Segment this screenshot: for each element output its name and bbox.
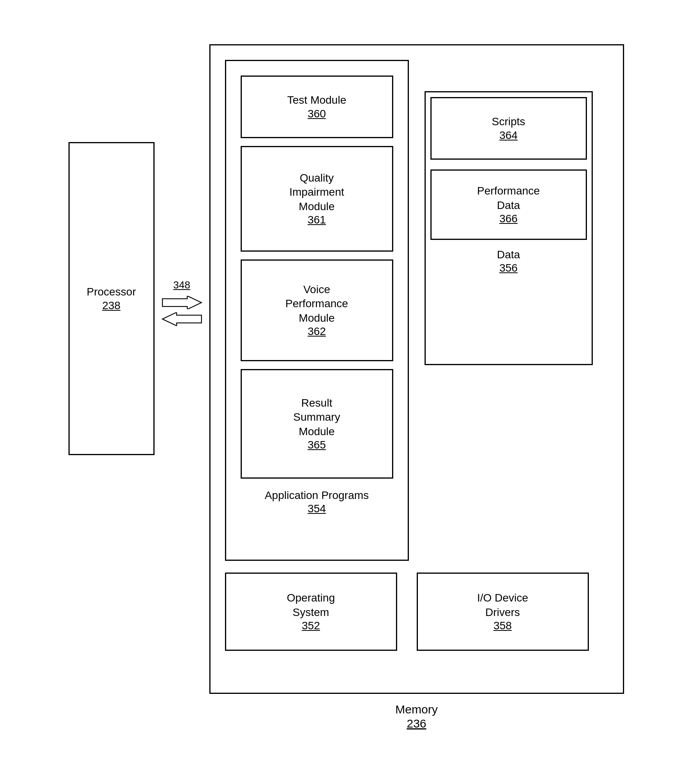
memory-label-area: Memory 236 — [209, 702, 624, 730]
voice-module-label: Voice Performance Module — [285, 283, 348, 325]
left-arrow — [160, 312, 203, 326]
right-arrow — [160, 296, 203, 310]
processor-box: Processor 238 — [68, 142, 155, 455]
result-module-box: Result Summary Module 365 — [241, 369, 393, 479]
os-label: Operating System — [287, 591, 335, 620]
perf-data-label: Performance Data — [477, 184, 540, 213]
scripts-label: Scripts — [492, 115, 525, 129]
app-programs-label: Application Programs — [225, 488, 409, 502]
arrow-label: 348 — [173, 279, 190, 291]
quality-module-label: Quality Impairment Module — [289, 171, 344, 214]
voice-module-box: Voice Performance Module 362 — [241, 259, 393, 361]
memory-text: Memory — [209, 702, 624, 717]
os-box: Operating System 352 — [225, 573, 397, 651]
perf-data-box: Performance Data 366 — [430, 169, 587, 240]
test-module-label: Test Module — [287, 93, 346, 107]
svg-marker-0 — [162, 296, 202, 310]
data-number: 356 — [430, 262, 587, 274]
quality-module-number: 361 — [308, 214, 326, 226]
os-number: 352 — [302, 620, 320, 632]
data-label-area: Data 356 — [430, 248, 587, 274]
perf-data-number: 366 — [499, 213, 518, 225]
quality-module-box: Quality Impairment Module 361 — [241, 146, 393, 252]
processor-number: 238 — [102, 299, 121, 312]
scripts-box: Scripts 364 — [430, 97, 587, 160]
io-box: I/O Device Drivers 358 — [417, 573, 589, 651]
io-number: 358 — [493, 620, 512, 632]
test-module-number: 360 — [308, 108, 326, 120]
processor-label: Processor — [86, 285, 136, 299]
data-text: Data — [430, 248, 587, 262]
memory-number: 236 — [209, 717, 624, 730]
voice-module-number: 362 — [308, 325, 326, 338]
app-programs-text: Application Programs 354 — [225, 488, 409, 515]
result-module-number: 365 — [308, 439, 326, 451]
io-label: I/O Device Drivers — [477, 591, 528, 620]
diagram: Processor 238 348 Memory 236 Application… — [57, 32, 644, 737]
arrow-area: 348 — [157, 279, 207, 326]
test-module-box: Test Module 360 — [241, 76, 393, 138]
app-programs-number: 354 — [225, 502, 409, 515]
scripts-number: 364 — [499, 129, 518, 142]
result-module-label: Result Summary Module — [293, 396, 340, 439]
svg-marker-1 — [162, 312, 202, 326]
